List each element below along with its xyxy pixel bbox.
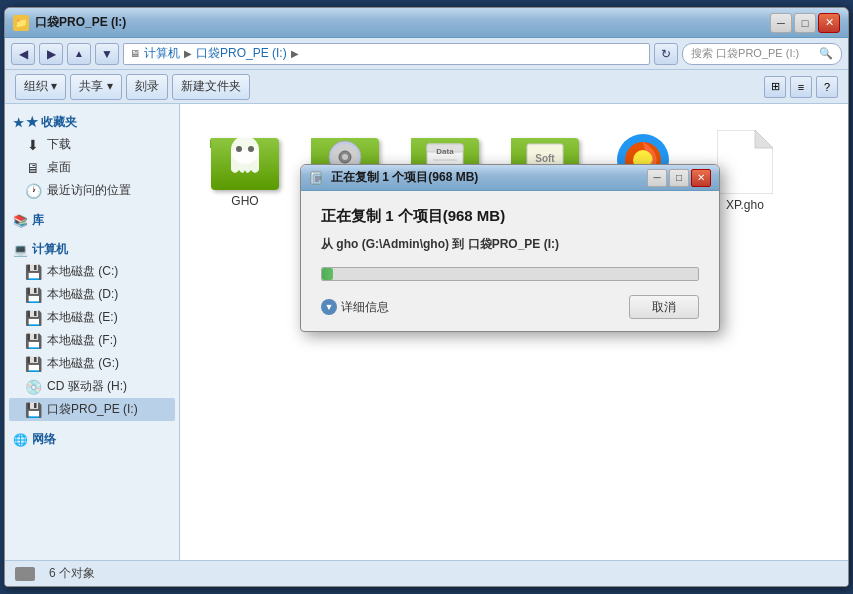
chevron-right-2-icon: ▶ [291,48,299,59]
sidebar-item-drive-d[interactable]: 💾 本地磁盘 (D:) [9,283,175,306]
toolbar: 组织 ▾ 共享 ▾ 刻录 新建文件夹 ⊞ ≡ ? [5,70,848,104]
cancel-button[interactable]: 取消 [629,295,699,319]
folder-gho-icon [210,130,280,190]
forward-button[interactable]: ▶ [39,43,63,65]
generic-file-svg [717,130,773,194]
recent-icon: 🕐 [25,183,41,199]
up-button[interactable]: ▲ [67,43,91,65]
network-icon: 🌐 [13,433,28,447]
favorites-section: ★ ★ 收藏夹 ⬇ 下载 🖥 桌面 🕐 最近访问的位置 [9,112,175,202]
view-details-button[interactable]: ≡ [790,76,812,98]
sidebar-item-drive-h[interactable]: 💿 CD 驱动器 (H:) [9,375,175,398]
favorites-title[interactable]: ★ ★ 收藏夹 [9,112,175,133]
svg-marker-19 [755,130,773,148]
window-controls: ─ □ ✕ [770,13,840,33]
drive-c-icon: 💾 [25,264,41,280]
dest-bold: 口袋PRO_PE (I:) [468,237,559,251]
progress-bar-container [321,267,699,281]
file-area: GHO [180,104,848,560]
dialog-footer: ▼ 详细信息 取消 [321,295,699,319]
window-icon: 📁 [13,15,29,31]
view-button[interactable]: ⊞ [764,76,786,98]
dialog-title-bar: 正在复制 1 个项目(968 MB) ─ □ ✕ [301,165,719,191]
back-button[interactable]: ◀ [11,43,35,65]
computer-icon: 💻 [13,243,28,257]
drive-g-icon: 💾 [25,356,41,372]
address-path[interactable]: 🖥 计算机 ▶ 口袋PRO_PE (I:) ▶ [123,43,650,65]
ghost-icon [226,134,264,181]
library-icon: 📚 [13,214,28,228]
to-label: 到 [452,237,467,251]
source-path: (G:\Admin\gho) [362,237,449,251]
share-button[interactable]: 共享 ▾ [70,74,121,100]
chevron-right-icon: ▶ [184,48,192,59]
status-drive-icon [15,567,35,581]
new-folder-button[interactable]: 新建文件夹 [172,74,250,100]
star-icon: ★ [13,116,24,130]
toolbar-right: ⊞ ≡ ? [764,76,838,98]
svg-point-2 [236,146,242,152]
drive-h-icon: 💿 [25,379,41,395]
dialog-sub-text: 从 gho (G:\Admin\gho) 到 口袋PRO_PE (I:) [321,236,699,253]
path-separator: 🖥 [130,48,140,59]
progress-bar-fill [322,268,333,280]
drive-e-icon: 💾 [25,310,41,326]
title-bar: 📁 口袋PRO_PE (I:) ─ □ ✕ [5,8,848,38]
network-section: 🌐 网络 [9,429,175,450]
dialog-close-button[interactable]: ✕ [691,169,711,187]
search-icon: 🔍 [819,47,833,60]
path-computer[interactable]: 计算机 [144,45,180,62]
library-section: 📚 库 [9,210,175,231]
help-button[interactable]: ? [816,76,838,98]
details-toggle[interactable]: ▼ 详细信息 [321,299,389,316]
recent-locations-button[interactable]: ▼ [95,43,119,65]
sidebar-item-drive-i[interactable]: 💾 口袋PRO_PE (I:) [9,398,175,421]
details-label: 详细信息 [341,299,389,316]
search-box[interactable]: 搜索 口袋PRO_PE (I:) 🔍 [682,43,842,65]
dialog-title: 正在复制 1 个项目(968 MB) [331,169,645,186]
from-label: 从 [321,237,336,251]
dialog-main-title: 正在复制 1 个项目(968 MB) [321,207,699,226]
svg-point-6 [342,154,348,160]
status-bar: 6 个对象 [5,560,848,586]
path-drive[interactable]: 口袋PRO_PE (I:) [196,45,287,62]
drive-d-icon: 💾 [25,287,41,303]
close-button[interactable]: ✕ [818,13,840,33]
organize-button[interactable]: 组织 ▾ [15,74,66,100]
svg-point-3 [248,146,254,152]
drive-f-icon: 💾 [25,333,41,349]
status-count: 6 个对象 [49,565,95,582]
xpgho-icon-wrap [717,130,773,194]
dialog-body: 正在复制 1 个项目(968 MB) 从 gho (G:\Admin\gho) … [301,191,719,331]
sidebar-item-download[interactable]: ⬇ 下载 [9,133,175,156]
sidebar-item-drive-f[interactable]: 💾 本地磁盘 (F:) [9,329,175,352]
svg-text:Soft: Soft [535,153,555,164]
copy-dialog: 正在复制 1 个项目(968 MB) ─ □ ✕ 正在复制 1 个项目(968 … [300,164,720,332]
file-label-gho: GHO [231,194,258,208]
dialog-title-icon [309,170,325,186]
sidebar-item-drive-e[interactable]: 💾 本地磁盘 (E:) [9,306,175,329]
dialog-minimize-button[interactable]: ─ [647,169,667,187]
sidebar-item-drive-c[interactable]: 💾 本地磁盘 (C:) [9,260,175,283]
computer-title[interactable]: 💻 计算机 [9,239,175,260]
search-placeholder: 搜索 口袋PRO_PE (I:) [691,46,799,61]
dialog-maximize-button[interactable]: □ [669,169,689,187]
svg-text:Data: Data [436,147,454,156]
drive-i-icon: 💾 [25,402,41,418]
maximize-button[interactable]: □ [794,13,816,33]
library-title[interactable]: 📚 库 [9,210,175,231]
sidebar-item-desktop[interactable]: 🖥 桌面 [9,156,175,179]
main-window: 📁 口袋PRO_PE (I:) ─ □ ✕ ◀ ▶ ▲ ▼ 🖥 计算机 ▶ 口袋… [4,7,849,587]
file-label-xpgho: XP.gho [726,198,764,212]
sidebar-item-drive-g[interactable]: 💾 本地磁盘 (G:) [9,352,175,375]
minimize-button[interactable]: ─ [770,13,792,33]
network-title[interactable]: 🌐 网络 [9,429,175,450]
computer-section: 💻 计算机 💾 本地磁盘 (C:) 💾 本地磁盘 (D:) 💾 本地磁盘 (E:… [9,239,175,421]
burn-button[interactable]: 刻录 [126,74,168,100]
download-icon: ⬇ [25,137,41,153]
sidebar-item-recent[interactable]: 🕐 最近访问的位置 [9,179,175,202]
main-area: ★ ★ 收藏夹 ⬇ 下载 🖥 桌面 🕐 最近访问的位置 [5,104,848,560]
file-item-gho[interactable]: GHO [200,124,290,221]
source-bold: gho [336,237,358,251]
refresh-button[interactable]: ↻ [654,43,678,65]
